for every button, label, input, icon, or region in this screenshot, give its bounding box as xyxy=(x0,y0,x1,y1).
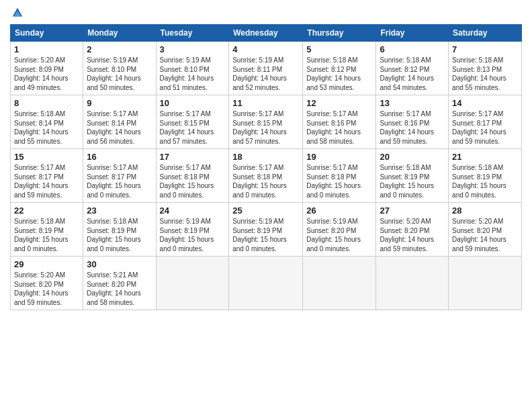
calendar-cell: 5 Sunrise: 5:18 AM Sunset: 8:12 PM Dayli… xyxy=(303,42,376,95)
day-info: Sunrise: 5:18 AM Sunset: 8:19 PM Dayligh… xyxy=(87,217,152,253)
day-info: Sunrise: 5:17 AM Sunset: 8:18 PM Dayligh… xyxy=(306,163,372,199)
calendar-week-1: 1 Sunrise: 5:20 AM Sunset: 8:09 PM Dayli… xyxy=(11,42,522,95)
day-number: 2 xyxy=(87,44,152,54)
calendar-week-5: 29 Sunrise: 5:20 AM Sunset: 8:20 PM Dayl… xyxy=(11,257,522,310)
calendar-cell: 24 Sunrise: 5:19 AM Sunset: 8:19 PM Dayl… xyxy=(156,203,229,257)
day-number: 22 xyxy=(14,205,79,216)
day-info: Sunrise: 5:17 AM Sunset: 8:17 PM Dayligh… xyxy=(452,109,518,146)
calendar-header-thursday: Thursday xyxy=(303,25,376,42)
day-info: Sunrise: 5:21 AM Sunset: 8:20 PM Dayligh… xyxy=(87,271,152,307)
day-info: Sunrise: 5:19 AM Sunset: 8:19 PM Dayligh… xyxy=(160,217,226,253)
calendar-week-3: 15 Sunrise: 5:17 AM Sunset: 8:17 PM Dayl… xyxy=(11,149,522,203)
day-info: Sunrise: 5:17 AM Sunset: 8:14 PM Dayligh… xyxy=(87,109,152,146)
day-info: Sunrise: 5:18 AM Sunset: 8:19 PM Dayligh… xyxy=(452,163,518,199)
calendar-header-row: SundayMondayTuesdayWednesdayThursdayFrid… xyxy=(11,25,522,42)
calendar-cell: 8 Sunrise: 5:18 AM Sunset: 8:14 PM Dayli… xyxy=(11,95,83,149)
calendar-cell: 12 Sunrise: 5:17 AM Sunset: 8:16 PM Dayl… xyxy=(303,95,376,149)
day-number: 13 xyxy=(380,98,445,108)
day-info: Sunrise: 5:19 AM Sunset: 8:19 PM Dayligh… xyxy=(232,217,299,253)
calendar-cell xyxy=(376,257,449,310)
calendar-cell: 26 Sunrise: 5:19 AM Sunset: 8:20 PM Dayl… xyxy=(303,203,376,257)
day-info: Sunrise: 5:20 AM Sunset: 8:09 PM Dayligh… xyxy=(14,56,79,92)
calendar-table: SundayMondayTuesdayWednesdayThursdayFrid… xyxy=(10,24,522,310)
calendar-cell: 7 Sunrise: 5:18 AM Sunset: 8:13 PM Dayli… xyxy=(449,42,522,95)
calendar-cell xyxy=(156,257,229,310)
calendar-cell: 14 Sunrise: 5:17 AM Sunset: 8:17 PM Dayl… xyxy=(449,95,522,149)
day-info: Sunrise: 5:19 AM Sunset: 8:10 PM Dayligh… xyxy=(87,56,152,92)
calendar-cell: 19 Sunrise: 5:17 AM Sunset: 8:18 PM Dayl… xyxy=(303,149,376,203)
calendar-header-friday: Friday xyxy=(376,25,449,42)
day-info: Sunrise: 5:20 AM Sunset: 8:20 PM Dayligh… xyxy=(14,271,79,307)
day-number: 20 xyxy=(380,152,445,162)
calendar-header-tuesday: Tuesday xyxy=(156,25,229,42)
day-number: 25 xyxy=(232,205,299,216)
day-number: 23 xyxy=(87,205,152,216)
calendar-week-4: 22 Sunrise: 5:18 AM Sunset: 8:19 PM Dayl… xyxy=(11,203,522,257)
day-number: 11 xyxy=(232,98,299,108)
calendar-cell: 29 Sunrise: 5:20 AM Sunset: 8:20 PM Dayl… xyxy=(11,257,83,310)
day-info: Sunrise: 5:18 AM Sunset: 8:19 PM Dayligh… xyxy=(380,163,445,199)
day-info: Sunrise: 5:19 AM Sunset: 8:20 PM Dayligh… xyxy=(306,217,372,253)
calendar-cell: 17 Sunrise: 5:17 AM Sunset: 8:18 PM Dayl… xyxy=(156,149,229,203)
day-number: 4 xyxy=(232,44,299,54)
day-number: 6 xyxy=(380,44,445,54)
day-info: Sunrise: 5:19 AM Sunset: 8:10 PM Dayligh… xyxy=(160,56,226,92)
calendar-cell: 9 Sunrise: 5:17 AM Sunset: 8:14 PM Dayli… xyxy=(83,95,156,149)
day-info: Sunrise: 5:17 AM Sunset: 8:17 PM Dayligh… xyxy=(87,163,152,199)
calendar-cell: 25 Sunrise: 5:19 AM Sunset: 8:19 PM Dayl… xyxy=(229,203,303,257)
day-info: Sunrise: 5:18 AM Sunset: 8:19 PM Dayligh… xyxy=(14,217,79,253)
logo xyxy=(10,7,24,19)
calendar-cell: 4 Sunrise: 5:19 AM Sunset: 8:11 PM Dayli… xyxy=(229,42,303,95)
calendar-cell: 22 Sunrise: 5:18 AM Sunset: 8:19 PM Dayl… xyxy=(11,203,83,257)
day-number: 18 xyxy=(232,152,299,162)
day-info: Sunrise: 5:20 AM Sunset: 8:20 PM Dayligh… xyxy=(380,217,445,253)
calendar-header-sunday: Sunday xyxy=(11,25,83,42)
calendar-header-monday: Monday xyxy=(83,25,156,42)
calendar-cell: 28 Sunrise: 5:20 AM Sunset: 8:20 PM Dayl… xyxy=(449,203,522,257)
day-number: 3 xyxy=(160,44,226,54)
calendar-cell: 18 Sunrise: 5:17 AM Sunset: 8:18 PM Dayl… xyxy=(229,149,303,203)
day-number: 14 xyxy=(452,98,518,108)
day-number: 17 xyxy=(160,152,226,162)
calendar-header-wednesday: Wednesday xyxy=(229,25,303,42)
day-info: Sunrise: 5:18 AM Sunset: 8:14 PM Dayligh… xyxy=(14,109,79,146)
day-info: Sunrise: 5:17 AM Sunset: 8:16 PM Dayligh… xyxy=(306,109,372,146)
day-info: Sunrise: 5:17 AM Sunset: 8:17 PM Dayligh… xyxy=(14,163,79,199)
day-number: 16 xyxy=(87,152,152,162)
calendar-cell: 20 Sunrise: 5:18 AM Sunset: 8:19 PM Dayl… xyxy=(376,149,449,203)
calendar-cell xyxy=(303,257,376,310)
calendar-cell: 2 Sunrise: 5:19 AM Sunset: 8:10 PM Dayli… xyxy=(83,42,156,95)
calendar-cell: 21 Sunrise: 5:18 AM Sunset: 8:19 PM Dayl… xyxy=(449,149,522,203)
day-number: 30 xyxy=(87,259,152,269)
calendar-cell: 1 Sunrise: 5:20 AM Sunset: 8:09 PM Dayli… xyxy=(11,42,83,95)
day-number: 10 xyxy=(160,98,226,108)
day-info: Sunrise: 5:17 AM Sunset: 8:18 PM Dayligh… xyxy=(232,163,299,199)
calendar-cell: 11 Sunrise: 5:17 AM Sunset: 8:15 PM Dayl… xyxy=(229,95,303,149)
day-number: 29 xyxy=(14,259,79,269)
day-info: Sunrise: 5:19 AM Sunset: 8:11 PM Dayligh… xyxy=(232,56,299,92)
day-number: 8 xyxy=(14,98,79,108)
calendar-cell: 6 Sunrise: 5:18 AM Sunset: 8:12 PM Dayli… xyxy=(376,42,449,95)
calendar-cell: 13 Sunrise: 5:17 AM Sunset: 8:16 PM Dayl… xyxy=(376,95,449,149)
day-number: 27 xyxy=(380,205,445,216)
day-number: 15 xyxy=(14,152,79,162)
day-number: 7 xyxy=(452,44,518,54)
calendar-cell: 30 Sunrise: 5:21 AM Sunset: 8:20 PM Dayl… xyxy=(83,257,156,310)
calendar-cell: 15 Sunrise: 5:17 AM Sunset: 8:17 PM Dayl… xyxy=(11,149,83,203)
day-info: Sunrise: 5:17 AM Sunset: 8:15 PM Dayligh… xyxy=(232,109,299,146)
calendar-cell: 10 Sunrise: 5:17 AM Sunset: 8:15 PM Dayl… xyxy=(156,95,229,149)
day-info: Sunrise: 5:18 AM Sunset: 8:12 PM Dayligh… xyxy=(306,56,372,92)
calendar-cell: 27 Sunrise: 5:20 AM Sunset: 8:20 PM Dayl… xyxy=(376,203,449,257)
day-info: Sunrise: 5:17 AM Sunset: 8:16 PM Dayligh… xyxy=(380,109,445,146)
day-info: Sunrise: 5:18 AM Sunset: 8:12 PM Dayligh… xyxy=(380,56,445,92)
day-number: 5 xyxy=(306,44,372,54)
day-number: 24 xyxy=(160,205,226,216)
calendar-cell: 23 Sunrise: 5:18 AM Sunset: 8:19 PM Dayl… xyxy=(83,203,156,257)
day-info: Sunrise: 5:18 AM Sunset: 8:13 PM Dayligh… xyxy=(452,56,518,92)
day-number: 21 xyxy=(452,152,518,162)
calendar-cell xyxy=(449,257,522,310)
logo-icon xyxy=(11,7,24,19)
calendar-cell: 3 Sunrise: 5:19 AM Sunset: 8:10 PM Dayli… xyxy=(156,42,229,95)
day-number: 12 xyxy=(306,98,372,108)
day-number: 19 xyxy=(306,152,372,162)
